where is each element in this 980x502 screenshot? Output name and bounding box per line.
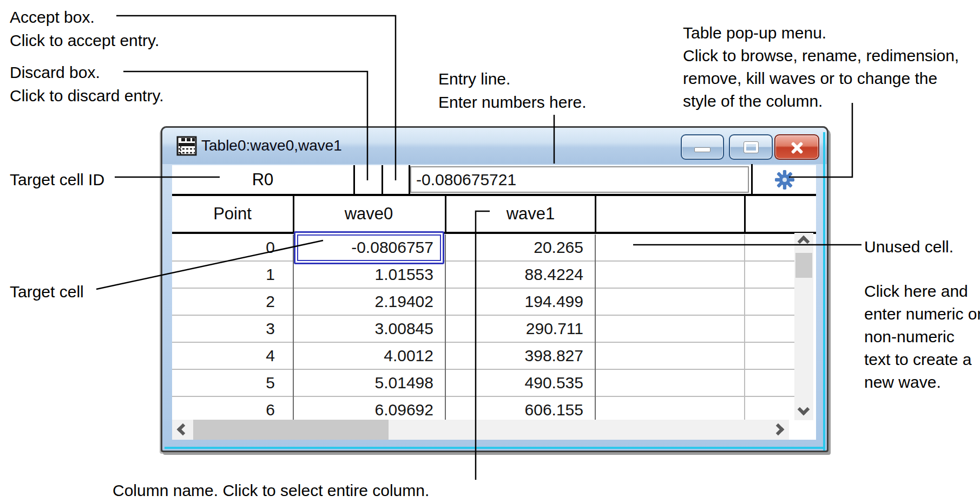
vertical-scrollbar-thumb[interactable] xyxy=(795,253,812,278)
chevron-down-icon[interactable] xyxy=(798,403,810,416)
table-row: 33.00845290.711 xyxy=(172,316,794,343)
callout-line: Entry line. xyxy=(438,67,586,90)
cell-point[interactable]: 5 xyxy=(172,370,275,396)
callout-line: Accept box. xyxy=(10,5,159,29)
callout-line: enter numeric or xyxy=(864,303,980,325)
column-header-point[interactable]: Point xyxy=(172,196,293,232)
maximize-button[interactable] xyxy=(729,134,773,160)
callout-line: Enter numbers here. xyxy=(438,90,586,114)
column-header-wave0[interactable]: wave0 xyxy=(293,196,445,232)
callout-accept-box: Accept box. Click to accept entry. xyxy=(10,5,159,52)
divider xyxy=(595,196,596,234)
accept-box[interactable] xyxy=(383,165,409,194)
cell-wave1[interactable]: 398.827 xyxy=(446,343,583,369)
callout-entry-line: Entry line. Enter numbers here. xyxy=(438,67,586,114)
divider xyxy=(445,196,446,234)
maximize-icon xyxy=(744,142,758,153)
table-row: 22.19402194.499 xyxy=(172,289,794,316)
callout-column-name: Column name. Click to select entire colu… xyxy=(113,479,429,502)
table-grid-icon xyxy=(176,136,197,156)
divider xyxy=(172,232,816,234)
entry-line-input[interactable]: -0.080675721 xyxy=(410,166,749,193)
cell-wave1[interactable]: 490.535 xyxy=(446,370,583,396)
callout-line: Table pop-up menu. xyxy=(683,22,959,44)
cell-point[interactable]: 4 xyxy=(172,343,275,369)
target-cell-id-box[interactable]: R0 xyxy=(172,165,353,194)
callout-line: Click to browse, rename, redimension, xyxy=(683,44,959,67)
divider xyxy=(293,196,294,234)
table-row: 44.0012398.827 xyxy=(172,343,794,370)
gear-icon xyxy=(775,170,794,190)
column-header-unused-1[interactable] xyxy=(595,196,744,232)
window-titlebar[interactable]: Table0:wave0,wave1 xyxy=(162,128,827,164)
cell-wave1[interactable]: 20.265 xyxy=(446,234,583,260)
divider xyxy=(744,234,745,420)
callout-table-popup-menu: Table pop-up menu. Click to browse, rena… xyxy=(683,22,959,113)
minimize-button[interactable] xyxy=(681,134,724,160)
close-icon xyxy=(789,139,805,155)
page: Accept box. Click to accept entry. Disca… xyxy=(0,0,980,502)
column-header-unused-2[interactable] xyxy=(744,196,816,232)
horizontal-scrollbar-thumb[interactable] xyxy=(193,420,389,440)
chevron-up-icon[interactable] xyxy=(798,236,810,248)
callout-line: Click here and xyxy=(864,280,980,303)
callout-line: remove, kill waves or to change the xyxy=(683,67,959,90)
callout-line: Click to discard entry. xyxy=(10,84,164,107)
window-frame: Table0:wave0,wave1 R0 -0.080675721 xyxy=(162,128,827,451)
divider xyxy=(595,234,596,420)
callout-new-wave: Click here and enter numeric or non-nume… xyxy=(864,280,980,394)
window-edge-highlight xyxy=(823,132,825,451)
vertical-scrollbar[interactable] xyxy=(794,233,813,420)
column-header-wave1[interactable]: wave1 xyxy=(445,196,595,232)
callout-line: Click to accept entry. xyxy=(10,29,159,52)
horizontal-scrollbar[interactable] xyxy=(172,420,789,440)
cell-wave0[interactable]: 3.00845 xyxy=(294,316,433,342)
cell-wave0[interactable]: 5.01498 xyxy=(294,370,433,396)
callout-line: Discard box. xyxy=(10,61,164,84)
close-button[interactable] xyxy=(774,134,819,160)
cell-wave0[interactable]: -0.0806757 xyxy=(294,234,433,260)
cell-point[interactable]: 1 xyxy=(172,262,275,288)
divider xyxy=(445,234,446,420)
cell-wave0[interactable]: 2.19402 xyxy=(294,289,433,315)
minimize-icon xyxy=(694,147,711,152)
chevron-left-icon[interactable] xyxy=(177,423,189,436)
table-window: Table0:wave0,wave1 R0 -0.080675721 xyxy=(161,126,828,452)
discard-box[interactable] xyxy=(355,165,382,194)
table-popup-menu-button[interactable] xyxy=(753,165,816,194)
chevron-right-icon[interactable] xyxy=(772,423,785,436)
callout-line: new wave. xyxy=(864,371,980,394)
cell-wave0[interactable]: 1.01553 xyxy=(294,262,433,288)
callout-line: non-numeric xyxy=(864,325,980,348)
table-row: 66.09692606.155 xyxy=(172,397,794,420)
cell-wave1[interactable]: 194.499 xyxy=(446,289,583,315)
cell-wave1[interactable]: 88.4224 xyxy=(446,262,583,288)
callout-line: style of the column. xyxy=(683,90,959,113)
callout-target-cell: Target cell xyxy=(10,280,84,303)
table-body: 0-0.080675720.26511.0155388.422422.19402… xyxy=(172,234,794,420)
cell-point[interactable]: 6 xyxy=(172,397,275,420)
callout-unused-cell: Unused cell. xyxy=(864,235,953,258)
table-row: 11.0155388.4224 xyxy=(172,262,794,289)
callout-line: text to create a xyxy=(864,348,980,371)
callout-discard-box: Discard box. Click to discard entry. xyxy=(10,61,164,107)
table-row: 0-0.080675720.265 xyxy=(172,234,794,262)
window-title: Table0:wave0,wave1 xyxy=(201,137,342,154)
cell-wave0[interactable]: 6.09692 xyxy=(294,397,433,420)
table-header-row: Point wave0 wave1 xyxy=(172,196,816,232)
divider xyxy=(744,196,746,234)
table-row: 55.01498490.535 xyxy=(172,370,794,397)
cell-wave1[interactable]: 290.711 xyxy=(446,316,583,342)
cell-wave0[interactable]: 4.0012 xyxy=(294,343,433,369)
cell-point[interactable]: 3 xyxy=(172,316,275,342)
cell-point[interactable]: 2 xyxy=(172,289,275,315)
divider xyxy=(293,234,294,420)
cell-point[interactable]: 0 xyxy=(172,234,275,260)
window-edge-highlight xyxy=(165,447,825,449)
callout-target-cell-id: Target cell ID xyxy=(10,168,104,191)
cell-wave1[interactable]: 606.155 xyxy=(446,397,583,420)
